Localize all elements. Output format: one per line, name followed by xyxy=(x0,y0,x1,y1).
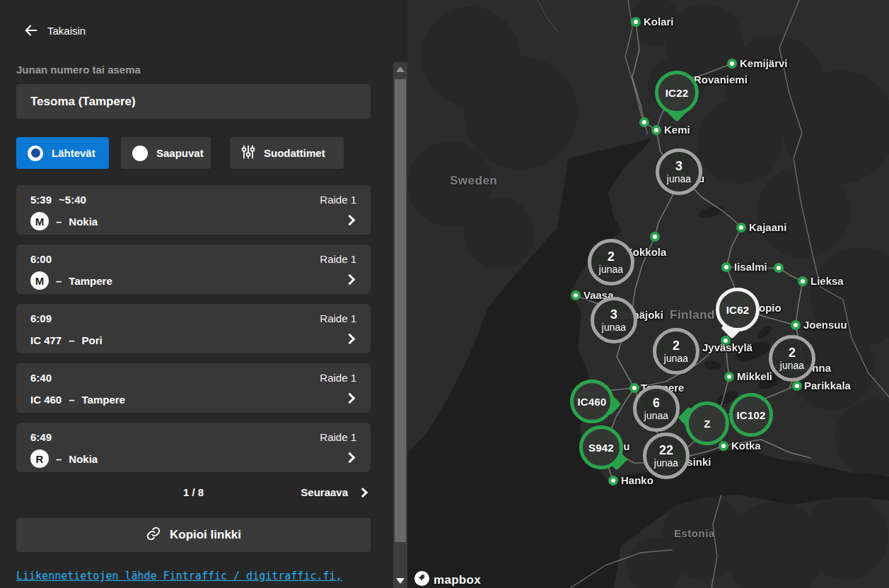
filters-button[interactable]: Suodattimet xyxy=(230,137,344,169)
copy-link-label: Kopioi linkki xyxy=(170,528,241,542)
filters-label: Suodattimet xyxy=(264,147,325,159)
station-dot-iisalmi[interactable] xyxy=(721,262,731,272)
estimated-time: ~5:40 xyxy=(59,194,86,206)
train-marker-ic22[interactable]: IC22 xyxy=(655,71,699,114)
departure-row[interactable]: 6:49 Raide 1 R – Nokia xyxy=(16,423,371,472)
train-marker-z[interactable]: Z xyxy=(685,401,729,445)
train-marker-circle: Z xyxy=(685,401,729,445)
chevron-right-icon xyxy=(344,452,356,464)
departure-time: 6:40 xyxy=(30,372,52,384)
station-label-kemi: Kemi xyxy=(664,124,690,136)
station-dot-kemijärvi[interactable] xyxy=(727,59,737,69)
station-dot[interactable] xyxy=(639,117,649,127)
departures-toggle[interactable]: Lähtevät xyxy=(16,137,109,169)
train-cluster-marker[interactable]: 2junaa xyxy=(653,328,699,375)
train-id-label: IC62 xyxy=(726,304,750,316)
cluster-unit-label: junaa xyxy=(654,457,678,469)
train-cluster-marker[interactable]: 6junaa xyxy=(633,385,680,432)
scroll-up-arrow-icon[interactable] xyxy=(396,66,405,72)
cluster-unit-label: junaa xyxy=(599,264,623,275)
destination-label: Tampere xyxy=(69,275,112,287)
scrollbar-track[interactable] xyxy=(393,62,407,588)
station-label-kolari: Kolari xyxy=(644,16,674,28)
station-dot-kokkola[interactable] xyxy=(650,232,660,242)
country-label-finland: Finland xyxy=(670,308,715,322)
train-id-label: IC22 xyxy=(666,87,689,99)
station-dot-vaasa[interactable] xyxy=(571,290,581,300)
train-id-label: S942 xyxy=(588,442,614,454)
station-dot-kolari[interactable] xyxy=(631,17,641,27)
cluster-count: 2 xyxy=(608,250,615,264)
destination-label: Tampere xyxy=(82,394,125,406)
train-id-label: IC102 xyxy=(736,409,765,421)
mapbox-logo-icon xyxy=(414,570,430,588)
station-label-kemijärvi: Kemijärvi xyxy=(740,57,788,69)
departure-row[interactable]: 6:00 Raide 1 M – Tampere xyxy=(16,245,371,294)
filters-icon xyxy=(241,145,255,161)
station-dot-lieksa[interactable] xyxy=(798,276,808,286)
station-dot-kajaani[interactable] xyxy=(736,223,746,233)
train-cluster-marker[interactable]: 2junaa xyxy=(769,335,815,382)
train-id-label: Z xyxy=(704,418,710,430)
chevron-right-icon xyxy=(344,215,356,226)
mapbox-attribution[interactable]: mapbox xyxy=(414,570,481,588)
train-marker-ic460[interactable]: IC460 xyxy=(570,380,614,423)
copy-link-button[interactable]: Kopioi linkki xyxy=(16,518,371,552)
station-dot-parikkala[interactable] xyxy=(792,381,802,391)
station-label-jyväskylä: Jyväskylä xyxy=(702,341,753,353)
cluster-count: 2 xyxy=(673,339,680,353)
station-dot-kemi[interactable] xyxy=(651,125,661,135)
train-cluster-marker[interactable]: 2junaa xyxy=(588,239,634,286)
departure-time: 5:39 xyxy=(30,194,52,206)
station-label-lieksa: Lieksa xyxy=(810,275,844,287)
departure-row[interactable]: 6:40 Raide 1 IC 460 – Tampere xyxy=(16,363,371,413)
country-label-estonia: Estonia xyxy=(674,527,715,539)
destination-label: Nokia xyxy=(69,216,98,228)
chevron-right-icon xyxy=(358,488,368,498)
train-id-label: IC460 xyxy=(577,396,606,408)
radio-unselected-icon xyxy=(132,146,148,161)
dash-separator: – xyxy=(56,275,62,287)
sidebar: Takaisin Junan numero tai asema Lähtevät… xyxy=(0,0,407,588)
cluster-count: 3 xyxy=(675,160,682,173)
chevron-right-icon xyxy=(344,393,356,404)
map-canvas[interactable]: mapbox SwedenFinlandEstoniaKolariKemijär… xyxy=(407,0,889,588)
cluster-unit-label: junaa xyxy=(644,410,668,421)
data-source-link[interactable]: Liikennetietojen lähde Fintraffic / digi… xyxy=(16,570,342,582)
commuter-line-badge: M xyxy=(30,271,49,290)
search-label: Junan numero tai asema xyxy=(16,64,141,76)
cluster-unit-label: junaa xyxy=(667,173,691,184)
train-marker-s942[interactable]: S942 xyxy=(579,425,623,469)
train-cluster-marker[interactable]: 3junaa xyxy=(656,148,702,195)
destination-label: Nokia xyxy=(69,453,98,465)
dash-separator: – xyxy=(69,334,74,346)
station-label-parikkala: Parikkala xyxy=(804,380,851,392)
dash-separator: – xyxy=(56,216,62,228)
train-marker-circle: S942 xyxy=(579,425,623,469)
search-input[interactable] xyxy=(16,84,371,119)
train-cluster-marker[interactable]: 22junaa xyxy=(643,433,690,479)
arrivals-label: Saapuvat xyxy=(156,147,204,159)
train-marker-ic62[interactable]: IC62 xyxy=(716,288,760,331)
back-button[interactable]: Takaisin xyxy=(23,23,86,38)
station-dot-tampere[interactable] xyxy=(629,383,639,393)
departure-row[interactable]: 6:09 Raide 1 IC 477 – Pori xyxy=(16,304,371,353)
cluster-count: 22 xyxy=(659,444,673,457)
station-dot-joensuu[interactable] xyxy=(791,320,801,330)
track-label: Raide 1 xyxy=(320,372,356,384)
train-marker-ic102[interactable]: IC102 xyxy=(729,393,773,437)
scroll-down-arrow-icon[interactable] xyxy=(396,578,405,584)
station-dot-hanko[interactable] xyxy=(608,476,618,486)
scrollbar-thumb[interactable] xyxy=(395,79,406,542)
arrivals-toggle[interactable]: Saapuvat xyxy=(121,137,211,169)
station-dot[interactable] xyxy=(774,263,784,273)
departure-row[interactable]: 5:39~5:40 Raide 1 M – Nokia xyxy=(16,185,371,235)
station-dot-mikkeli[interactable] xyxy=(724,372,734,382)
next-page-button[interactable]: Seuraava xyxy=(301,486,366,498)
departure-time: 6:09 xyxy=(30,312,52,324)
country-label-sweden: Sweden xyxy=(450,174,497,188)
station-label-hanko: Hanko xyxy=(621,474,653,486)
train-cluster-marker[interactable]: 3junaa xyxy=(591,297,637,343)
cluster-count: 2 xyxy=(789,346,796,360)
pagination: 1 / 8 Seuraava xyxy=(16,483,371,503)
